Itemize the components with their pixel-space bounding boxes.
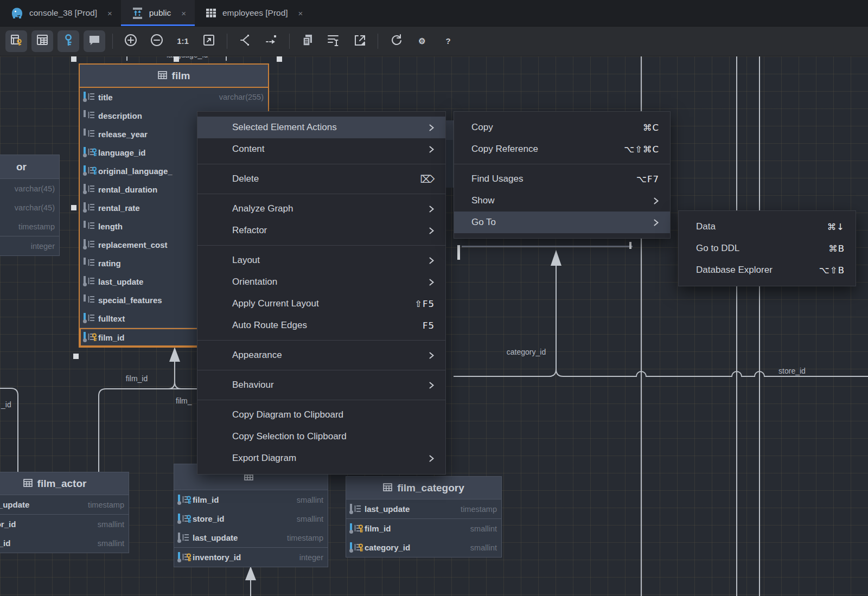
chevron-right-icon bbox=[429, 227, 435, 235]
table-inventory[interactable]: film_idsmallintstore_idsmallintlast_upda… bbox=[174, 464, 328, 567]
chevron-right-icon bbox=[429, 454, 435, 463]
chevron-right-icon bbox=[429, 351, 435, 360]
columns-toggle-button[interactable] bbox=[31, 30, 53, 52]
shortcut: ⇧F5 bbox=[414, 299, 435, 309]
refresh-button[interactable] bbox=[385, 30, 407, 52]
merge-edges-button[interactable] bbox=[234, 30, 256, 52]
column-row-inventory_id[interactable]: inventory_idinteger bbox=[174, 548, 328, 567]
menu-item-export-diagram[interactable]: Export Diagram bbox=[197, 447, 445, 469]
menu-separator bbox=[197, 370, 445, 370]
menu-item-apply-current-layout[interactable]: Apply Current Layout⇧F5 bbox=[197, 293, 445, 315]
table-header[interactable]: film_actor bbox=[0, 472, 129, 495]
column-row-last_update[interactable]: last_updatetimestamp bbox=[0, 495, 129, 514]
column-row-last_update[interactable]: last_updatetimestamp bbox=[174, 528, 328, 547]
fit-content-button[interactable] bbox=[198, 30, 220, 52]
column-row-hidden[interactable]: integer bbox=[0, 236, 59, 255]
column-icon bbox=[83, 147, 98, 158]
column-icon bbox=[83, 129, 98, 139]
column-row-hidden[interactable]: varchar(45) bbox=[0, 179, 59, 198]
menu-item-orientation[interactable]: Orientation bbox=[197, 271, 445, 293]
table-header[interactable]: film_category bbox=[346, 477, 501, 499]
table-grid-icon bbox=[23, 478, 33, 490]
column-row-film_id[interactable]: film_idsmallint bbox=[346, 519, 501, 538]
menu-item-copy-selection-to-clipboard[interactable]: Copy Selection to Clipboard bbox=[197, 426, 445, 447]
menu-item-go-to-ddl[interactable]: Go to DDL⌘B bbox=[679, 238, 856, 259]
close-icon[interactable]: × bbox=[107, 9, 112, 18]
column-row-actor_id[interactable]: actor_idsmallint bbox=[0, 515, 129, 534]
tab-console-38-prod-[interactable]: console_38 [Prod]× bbox=[0, 0, 121, 26]
column-details-toggle-button[interactable] bbox=[5, 30, 27, 52]
menu-item-copy-reference[interactable]: Copy Reference⌥⇧⌘C bbox=[454, 138, 670, 160]
shortcut: ⌘C bbox=[643, 123, 659, 133]
column-row-category_id[interactable]: category_idsmallint bbox=[346, 538, 501, 557]
tab-public[interactable]: public× bbox=[121, 0, 195, 26]
table-film_actor[interactable]: film_actorlast_updatetimestampactor_idsm… bbox=[0, 472, 129, 553]
export-diagram-button[interactable] bbox=[349, 30, 371, 52]
menu-item-content[interactable]: Content bbox=[197, 138, 445, 160]
menu-item-refactor[interactable]: Refactor bbox=[197, 220, 445, 241]
selection-tick bbox=[629, 242, 631, 249]
tab-employees-prod-[interactable]: employees [Prod]× bbox=[195, 0, 311, 26]
help-button[interactable]: ? bbox=[437, 30, 459, 52]
diagram-toolbar: 1:1⚙? bbox=[0, 27, 868, 56]
jump-to-button[interactable] bbox=[260, 30, 282, 52]
copy-diagram-button[interactable] bbox=[297, 30, 318, 52]
resize-handle[interactable] bbox=[71, 205, 76, 210]
menu-item-delete[interactable]: Delete⌦ bbox=[197, 168, 445, 190]
menu-item-auto-route-edges[interactable]: Auto Route EdgesF5 bbox=[197, 315, 445, 336]
diagram-icon bbox=[131, 7, 144, 20]
actual-size-button[interactable]: 1:1 bbox=[172, 30, 194, 52]
menu-item-data[interactable]: Data⌘↓ bbox=[679, 216, 856, 238]
menu-item-go-to[interactable]: Go To bbox=[454, 212, 670, 233]
key-icon bbox=[61, 33, 75, 49]
menu-item-appearance[interactable]: Appearance bbox=[197, 344, 445, 366]
one-to-one-icon: 1:1 bbox=[177, 36, 189, 46]
zoom-out-icon bbox=[149, 33, 164, 50]
edge-label-film-id: film_id bbox=[126, 374, 148, 383]
zoom-out-button[interactable] bbox=[146, 30, 168, 52]
table-film_category[interactable]: film_categorylast_updatetimestampfilm_id… bbox=[346, 476, 502, 557]
edit-properties-button[interactable] bbox=[323, 30, 344, 52]
menu-separator bbox=[197, 245, 445, 246]
edge-label-store-id: store_id bbox=[778, 367, 806, 375]
keys-toggle-button[interactable] bbox=[58, 30, 79, 52]
menu-item-behaviour[interactable]: Behaviour bbox=[197, 374, 445, 396]
selection-tick bbox=[457, 245, 460, 260]
settings-button[interactable]: ⚙ bbox=[411, 30, 433, 52]
chevron-right-icon bbox=[429, 145, 435, 153]
table-columns-icon bbox=[35, 33, 49, 49]
chevron-right-icon bbox=[429, 381, 435, 389]
menu-item-copy-diagram-to-clipboard[interactable]: Copy Diagram to Clipboard bbox=[197, 404, 445, 426]
menu-item-show[interactable]: Show bbox=[454, 190, 670, 212]
shortcut: ⌥⇧⌘C bbox=[624, 144, 659, 155]
column-row-film_id[interactable]: film_idsmallint bbox=[0, 534, 129, 553]
column-row-hidden[interactable]: timestamp bbox=[0, 217, 59, 236]
menu-item-database-explorer[interactable]: Database Explorer⌥⇧B bbox=[679, 259, 856, 281]
column-row-title[interactable]: titlevarchar(255) bbox=[80, 88, 268, 106]
table-header[interactable]: film bbox=[80, 65, 268, 88]
shortcut: F5 bbox=[423, 321, 435, 331]
resize-handle[interactable] bbox=[174, 56, 179, 62]
menu-item-layout[interactable]: Layout bbox=[197, 249, 445, 271]
menu-item-analyze-graph[interactable]: Analyze Graph bbox=[197, 198, 445, 220]
table-actor_partial[interactable]: orvarchar(45)varchar(45)timestampinteger bbox=[0, 155, 60, 256]
column-row-hidden[interactable]: varchar(45) bbox=[0, 198, 59, 217]
column-row-store_id[interactable]: store_idsmallint bbox=[174, 509, 328, 528]
resize-handle[interactable] bbox=[71, 56, 76, 62]
toolbar-separator bbox=[112, 34, 113, 49]
table-name: film bbox=[172, 70, 190, 82]
table-header[interactable]: or bbox=[0, 155, 59, 179]
resize-handle[interactable] bbox=[73, 354, 79, 359]
menu-item-find-usages[interactable]: Find Usages⌥F7 bbox=[454, 168, 670, 190]
menu-item-selected-element-actions[interactable]: Selected Element Actions bbox=[197, 117, 445, 138]
close-icon[interactable]: × bbox=[181, 9, 186, 18]
menu-item-copy[interactable]: Copy⌘C bbox=[454, 117, 670, 138]
chevron-right-icon bbox=[429, 257, 435, 265]
zoom-in-button[interactable] bbox=[120, 30, 142, 52]
close-icon[interactable]: × bbox=[298, 9, 303, 18]
column-row-last_update[interactable]: last_updatetimestamp bbox=[346, 499, 501, 518]
column-icon bbox=[177, 552, 193, 563]
column-row-film_id[interactable]: film_idsmallint bbox=[174, 490, 328, 509]
comments-toggle-button[interactable] bbox=[84, 30, 105, 52]
resize-handle[interactable] bbox=[277, 56, 282, 62]
